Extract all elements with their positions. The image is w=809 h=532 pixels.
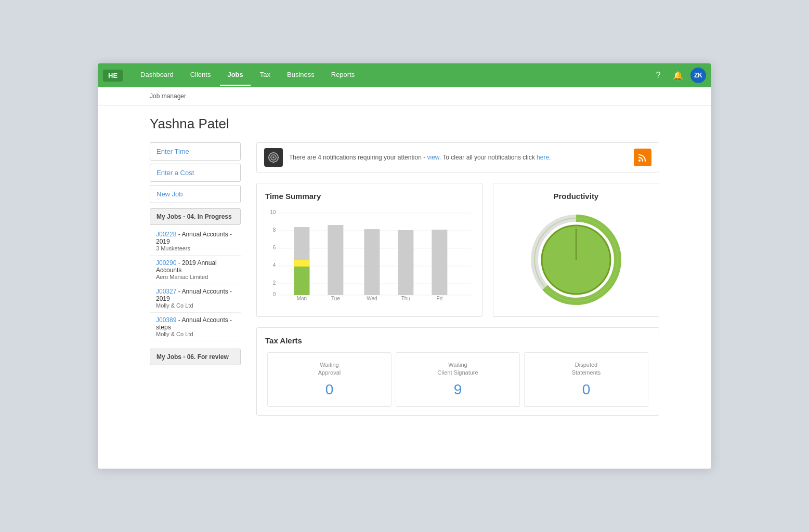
- job-client-j00290: Aero Maniac Limited: [156, 274, 234, 280]
- tax-alert-label-0: WaitingApproval: [276, 361, 383, 377]
- productivity-donut: [529, 213, 623, 308]
- notification-bell-icon[interactable]: 🔔: [671, 68, 685, 83]
- tax-alert-value-2: 0: [533, 381, 640, 398]
- sidebar: Enter Time Enter a Cost New Job My Jobs …: [150, 142, 241, 416]
- dashboard-row: Time Summary 10 8 6 4 2 0: [256, 183, 659, 317]
- svg-rect-26: [432, 230, 447, 295]
- notification-icon: [264, 148, 283, 167]
- nav-item-jobs[interactable]: Jobs: [220, 64, 250, 86]
- notif-middle-text: . To clear all your notifications click: [439, 154, 537, 161]
- job-link-j00327[interactable]: J00327: [156, 288, 176, 295]
- main-content: Yashna Patel Enter Time Enter a Cost New…: [98, 105, 711, 436]
- svg-text:6: 6: [273, 245, 276, 250]
- job-item-j00327: J00327 - Annual Accounts - 2019 Molly & …: [150, 284, 241, 313]
- notification-bar: There are 4 notifications requiring your…: [256, 142, 659, 172]
- tax-alerts-card: Tax Alerts WaitingApproval 0 WaitingClie…: [256, 327, 659, 416]
- job-item-j00290: J00290 - 2019 Annual Accounts Aero Mania…: [150, 256, 241, 284]
- enter-time-button[interactable]: Enter Time: [150, 142, 241, 161]
- tax-alerts-grid: WaitingApproval 0 WaitingClient Signatur…: [265, 352, 650, 407]
- svg-point-2: [272, 156, 275, 158]
- nav-item-business[interactable]: Business: [280, 64, 322, 86]
- job-link-j00228[interactable]: J00228: [156, 231, 176, 238]
- time-summary-chart: 10 8 6 4 2 0: [265, 208, 474, 301]
- productivity-title: Productivity: [554, 192, 599, 201]
- nav-right: ? 🔔 ZK: [651, 68, 706, 83]
- breadcrumb-label: Job manager: [150, 92, 186, 100]
- rss-button[interactable]: [634, 149, 651, 166]
- job-client-j00228: 3 Musketeers: [156, 245, 234, 251]
- tax-alert-disputed: DisputedStatements 0: [524, 352, 648, 407]
- help-icon[interactable]: ?: [651, 68, 666, 83]
- tax-alert-label-2: DisputedStatements: [533, 361, 640, 377]
- nav-item-clients[interactable]: Clients: [183, 64, 218, 86]
- svg-text:Mon: Mon: [297, 296, 307, 301]
- nav-item-tax[interactable]: Tax: [253, 64, 278, 86]
- job-link-j00290[interactable]: J00290: [156, 259, 176, 267]
- svg-text:4: 4: [273, 262, 276, 268]
- main-panel: There are 4 notifications requiring your…: [256, 142, 659, 416]
- breadcrumb: Job manager: [98, 87, 711, 105]
- svg-text:Thu: Thu: [401, 296, 410, 301]
- section-in-progress-header: My Jobs - 04. In Progress: [150, 208, 241, 225]
- tax-alert-value-0: 0: [276, 381, 383, 398]
- svg-text:Tue: Tue: [331, 296, 340, 301]
- job-client-j00389: Molly & Co Ltd: [156, 331, 234, 337]
- nav-item-dashboard[interactable]: Dashboard: [133, 64, 181, 86]
- svg-rect-25: [398, 230, 413, 295]
- svg-rect-24: [364, 229, 380, 295]
- svg-rect-23: [328, 225, 343, 295]
- page-title: Yashna Patel: [150, 116, 659, 132]
- nav-bar: HE Dashboard Clients Jobs Tax Business R…: [98, 63, 711, 87]
- notif-main-text: There are 4 notifications requiring your…: [289, 154, 427, 161]
- svg-rect-21: [294, 267, 309, 295]
- svg-text:Wed: Wed: [367, 296, 377, 301]
- time-summary-title: Time Summary: [265, 192, 474, 201]
- avatar[interactable]: ZK: [690, 68, 706, 83]
- notification-text: There are 4 notifications requiring your…: [289, 154, 628, 161]
- job-link-j00389[interactable]: J00389: [156, 316, 176, 324]
- content-layout: Enter Time Enter a Cost New Job My Jobs …: [150, 142, 659, 416]
- svg-text:Fri: Fri: [437, 296, 443, 301]
- nav-item-reports[interactable]: Reports: [324, 64, 362, 86]
- tax-alerts-title: Tax Alerts: [265, 336, 650, 345]
- svg-text:8: 8: [273, 227, 276, 233]
- job-item-j00228: J00228 - Annual Accounts - 2019 3 Musket…: [150, 227, 241, 256]
- job-item-j00389: J00389 - Annual Accounts - steps Molly &…: [150, 313, 241, 341]
- svg-point-7: [638, 159, 641, 162]
- tax-alert-waiting-approval: WaitingApproval 0: [267, 352, 392, 407]
- notif-here-link[interactable]: here: [537, 154, 549, 161]
- tax-alert-value-1: 9: [404, 381, 511, 398]
- tax-alert-label-1: WaitingClient Signature: [404, 361, 511, 377]
- nav-logo[interactable]: HE: [103, 70, 123, 82]
- nav-items: Dashboard Clients Jobs Tax Business Repo…: [133, 64, 651, 86]
- time-summary-card: Time Summary 10 8 6 4 2 0: [256, 183, 482, 317]
- section-for-review-header: My Jobs - 06. For review: [150, 349, 241, 365]
- productivity-card: Productivity: [493, 183, 659, 317]
- job-client-j00327: Molly & Co Ltd: [156, 302, 234, 309]
- app-window: HE Dashboard Clients Jobs Tax Business R…: [98, 63, 711, 469]
- svg-text:0: 0: [273, 291, 276, 297]
- enter-cost-button[interactable]: Enter a Cost: [150, 164, 241, 182]
- notif-view-link[interactable]: view: [427, 154, 439, 161]
- svg-rect-22: [294, 260, 309, 267]
- new-job-button[interactable]: New Job: [150, 185, 241, 203]
- svg-text:2: 2: [273, 280, 276, 286]
- svg-text:10: 10: [270, 209, 276, 215]
- tax-alert-waiting-signature: WaitingClient Signature 9: [396, 352, 520, 407]
